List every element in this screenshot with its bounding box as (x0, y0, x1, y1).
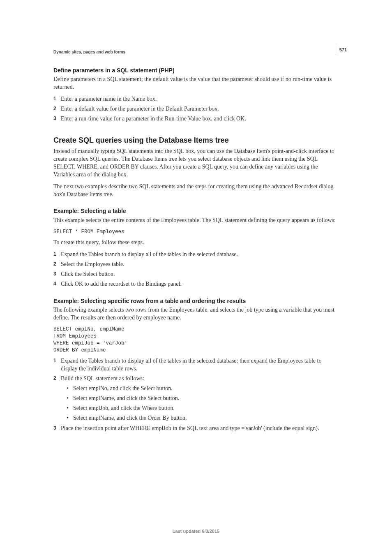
ex1-intro: This example selects the entire contents… (53, 217, 339, 224)
step-text: Select the Employees table. (61, 261, 339, 268)
sec1-intro: Define parameters in a SQL statement; th… (53, 76, 339, 91)
step-text: Click OK to add the recordset to the Bin… (61, 280, 339, 288)
step-num: 3 (53, 425, 61, 431)
step-text: Enter a default value for the parameter … (61, 105, 339, 113)
footer-updated: Last updated 6/3/2015 (0, 528, 392, 534)
step-num: 1 (53, 95, 61, 102)
bullet-item: Select emplName, and click the Select bu… (67, 395, 339, 402)
step-text: Click the Select button. (61, 271, 339, 278)
step-num: 2 (53, 261, 61, 267)
sec2-para2: The next two examples describe two SQL s… (53, 183, 339, 199)
ex1-steps: 1Expand the Tables branch to display all… (53, 251, 339, 288)
step-num: 3 (53, 271, 61, 277)
step-num: 2 (53, 375, 61, 382)
step-text: Enter a run-time value for a parameter i… (61, 115, 339, 123)
ex2-intro: The following example selects two rows f… (53, 306, 339, 322)
bullet-item: Select emplName, and click the Order By … (67, 414, 339, 422)
ex2-code: SELECT emplNo, emplName FROM Employees W… (53, 326, 339, 354)
ex1-lead: To create this query, follow these steps… (53, 239, 339, 247)
ex2-steps-cont: 3Place the insertion point after WHERE e… (53, 425, 339, 432)
step-num: 3 (53, 115, 61, 122)
step-num: 2 (53, 105, 61, 112)
step-text: Enter a parameter name in the Name box. (61, 95, 339, 103)
running-head: Dynamic sites, pages and web forms (53, 49, 339, 55)
sec2-title: Create SQL queries using the Database It… (53, 135, 339, 145)
sec1-steps: 1Enter a parameter name in the Name box.… (53, 95, 339, 123)
step-text: Expand the Tables branch to display all … (61, 357, 339, 373)
page-number: 571 (336, 45, 347, 55)
step-num: 4 (53, 280, 61, 287)
step-text: Expand the Tables branch to display all … (61, 251, 339, 259)
step-text: Place the insertion point after WHERE em… (61, 425, 339, 432)
bullet-item: Select emplNo, and click the Select butt… (67, 385, 339, 393)
ex2-title: Example: Selecting specific rows from a … (53, 297, 339, 305)
bullet-item: Select emplJob, and click the Where butt… (67, 405, 339, 412)
ex1-code: SELECT * FROM Employees (53, 229, 339, 236)
sec1-title: Define parameters in a SQL statement (PH… (53, 67, 339, 74)
ex2-steps: 1Expand the Tables branch to display all… (53, 357, 339, 383)
step-num: 1 (53, 251, 61, 257)
step-num: 1 (53, 357, 61, 364)
ex2-bullets: Select emplNo, and click the Select butt… (67, 385, 339, 422)
ex1-title: Example: Selecting a table (53, 207, 339, 215)
sec2-para1: Instead of manually typing SQL statement… (53, 148, 339, 179)
step-text: Build the SQL statement as follows: (61, 375, 339, 383)
